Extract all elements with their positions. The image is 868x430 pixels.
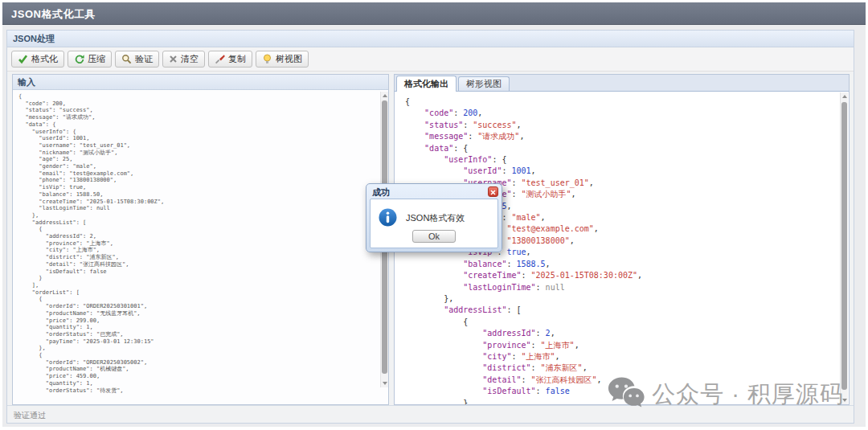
screenshot-root: JSON格式化工具 JSON处理 格式化 压缩 验证 xyxy=(0,0,868,430)
copy-button-label: 复制 xyxy=(228,53,246,65)
output-tab-bar: 格式化输出 树形视图 xyxy=(394,74,850,92)
close-icon[interactable] xyxy=(488,186,498,197)
scroll-up-arrow[interactable] xyxy=(841,92,849,100)
clear-button-label: 清空 xyxy=(181,53,199,65)
window-title: JSON格式化工具 xyxy=(2,2,866,22)
scroll-down-arrow[interactable] xyxy=(381,380,388,387)
treeview-button-label: 树视图 xyxy=(276,53,302,65)
input-panel-header: 输入 xyxy=(13,75,388,90)
magnifier-icon xyxy=(121,54,132,64)
clear-button[interactable]: 清空 xyxy=(162,51,205,68)
panel-header: JSON处理 xyxy=(7,31,854,47)
dialog-title: 成功 xyxy=(366,184,502,199)
treeview-button[interactable]: 树视图 xyxy=(256,51,309,68)
format-button[interactable]: 格式化 xyxy=(11,51,64,68)
watermark: 公众号 · 积厚源码 xyxy=(607,376,844,413)
toolbar: 格式化 压缩 验证 清空 复制 xyxy=(7,47,854,72)
tab-formatted-output[interactable]: 格式化输出 xyxy=(396,76,457,92)
clear-icon xyxy=(169,55,178,63)
panel-title: JSON处理 xyxy=(13,34,55,43)
format-button-label: 格式化 xyxy=(31,53,58,65)
validate-button[interactable]: 验证 xyxy=(115,51,159,68)
check-icon xyxy=(18,54,28,64)
ok-button[interactable]: Ok xyxy=(412,230,456,243)
watermark-text: 公众号 · 积厚源码 xyxy=(652,379,844,411)
compress-icon xyxy=(74,54,84,64)
output-scrollbar[interactable] xyxy=(840,92,848,404)
input-panel: 输入 { "code": 200, "status": "success", "… xyxy=(12,74,389,405)
tab-tree-view[interactable]: 树形视图 xyxy=(458,76,510,91)
compress-button-label: 压缩 xyxy=(88,53,105,65)
bulb-icon xyxy=(262,54,272,64)
success-dialog: 成功 JSON格式有效 Ok xyxy=(366,183,502,252)
compress-button[interactable]: 压缩 xyxy=(68,51,112,68)
scroll-up-arrow[interactable] xyxy=(381,92,388,99)
input-panel-title: 输入 xyxy=(18,77,35,87)
info-icon xyxy=(379,208,397,230)
dialog-body: JSON格式有效 Ok xyxy=(370,199,498,248)
copy-icon xyxy=(215,54,225,64)
copy-button[interactable]: 复制 xyxy=(208,51,252,68)
json-input[interactable]: { "code": 200, "status": "success", "mes… xyxy=(13,90,388,404)
dialog-message: JSON格式有效 xyxy=(406,212,465,224)
wechat-icon xyxy=(607,376,645,414)
input-text[interactable]: { "code": 200, "status": "success", "mes… xyxy=(13,90,379,404)
validate-button-label: 验证 xyxy=(135,53,153,65)
window-titlebar: JSON格式化工具 xyxy=(2,2,866,25)
output-scrollbar-thumb[interactable] xyxy=(841,102,847,390)
